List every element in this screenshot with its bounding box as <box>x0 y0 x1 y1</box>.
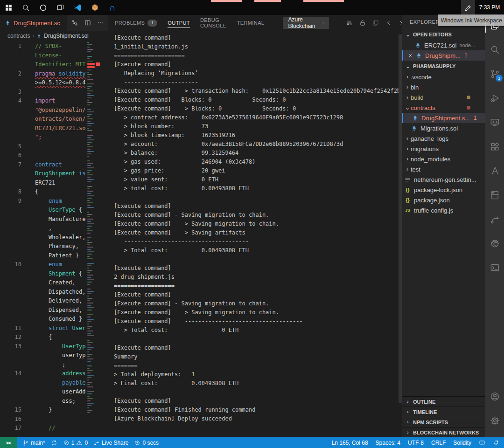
remote-indicator[interactable]: >< <box>0 437 17 448</box>
tree-item-label: migrations <box>411 145 439 152</box>
chevron-left-icon[interactable] <box>385 19 392 27</box>
language-mode[interactable]: Solidity <box>453 440 471 446</box>
panel-tab-output[interactable]: OUTPUT <box>168 15 190 31</box>
vscode-icon[interactable] <box>69 0 86 15</box>
task-view-icon[interactable] <box>52 0 69 15</box>
open-editors-list: ERC721.solnode...DrugShipm...1 <box>402 40 485 61</box>
search-icon[interactable] <box>485 40 504 59</box>
section-npm-scripts[interactable]: ›NPM SCRIPTS <box>402 417 485 427</box>
panel-tab-problems[interactable]: PROBLEMS1 <box>115 15 157 31</box>
run-and-debug-icon[interactable] <box>485 89 504 107</box>
output-line: [Execute command] > transaction hash: 0x… <box>114 87 399 96</box>
code-line: 17// <box>0 424 86 433</box>
workspace-header[interactable]: ⌄ PHARMASUPPLY <box>402 61 485 72</box>
minimap[interactable] <box>86 42 96 437</box>
tree-item-package-json[interactable]: {}package.json <box>402 195 485 205</box>
tree-item-nethereum-gen-settin-[interactable]: nethereum-gen.settin... <box>402 174 485 185</box>
code-editor[interactable]: 1// SPDX-License-Identifier: MIT2pragma … <box>0 42 86 437</box>
timer-status[interactable]: 0 secs <box>134 440 159 446</box>
split-editor-icon[interactable] <box>84 19 91 27</box>
output-line: [Execute command] ----------------------… <box>114 317 399 326</box>
breadcrumb-folder[interactable]: contracts <box>7 33 30 39</box>
open-editor-erc721-sol[interactable]: ERC721.solnode... <box>402 40 485 50</box>
indentation-status[interactable]: Spaces: 4 <box>376 440 400 446</box>
cursor-position[interactable]: Ln 165, Col 68 <box>332 440 368 446</box>
section-timeline[interactable]: ›TIMELINE <box>402 407 485 417</box>
output-line: [Execute command] <box>114 397 399 406</box>
account-icon[interactable] <box>485 387 504 406</box>
blockchain-panel-icon[interactable] <box>485 186 504 204</box>
panel-tab-bar: PROBLEMS1OUTPUTDEBUG CONSOLETERMINALAzur… <box>108 15 402 31</box>
status-bar: >< main* 1 0 Live Share 0 secs Ln 165, C… <box>0 437 504 448</box>
copy-output-icon[interactable] <box>372 19 379 27</box>
tree-item-migrations[interactable]: ›migrations <box>402 144 485 154</box>
close-icon[interactable] <box>407 52 414 59</box>
open-editors-header[interactable]: ⌄ OPEN EDITORS <box>402 29 485 40</box>
windows-ink-button[interactable] <box>461 0 475 15</box>
editor-tab-bar: DrugShipment.sc <box>0 15 108 31</box>
live-share-icon[interactable] <box>485 210 504 228</box>
ganache-icon[interactable] <box>86 0 104 15</box>
output-line: [Execute command] <box>114 202 399 211</box>
git-branch[interactable]: main* <box>22 440 45 446</box>
code-line: 4import "@openzeppelin/contracts/token/E… <box>0 96 86 142</box>
tree-item-contracts[interactable]: ⌄contracts <box>402 103 485 113</box>
tree-item-ganache_logs[interactable]: ›ganache_logs <box>402 133 485 144</box>
tree-item-label: contracts <box>411 104 435 111</box>
cortana-icon[interactable] <box>35 0 52 15</box>
panel-tab-debug-console[interactable]: DEBUG CONSOLE <box>200 15 227 31</box>
notifications-button[interactable] <box>493 440 499 446</box>
source-control-icon[interactable]: 3 <box>485 64 504 83</box>
open-editor-drugshipm-[interactable]: DrugShipm...1 <box>402 50 485 61</box>
tree-item-drugshipment-s-[interactable]: DrugShipment.s...1 <box>402 113 485 123</box>
settings-icon[interactable] <box>485 411 504 430</box>
tree-item-test[interactable]: ›test <box>402 164 485 174</box>
code-line: 6 <box>0 151 86 160</box>
taskbar-clock[interactable]: 7:33 PM <box>475 4 504 11</box>
clear-output-icon[interactable] <box>346 19 353 27</box>
remote-explorer-icon[interactable] <box>485 113 504 131</box>
window-peek-strip <box>211 0 242 2</box>
tab-drugshipment[interactable]: DrugShipment.sc <box>0 15 67 31</box>
file-tree: ›.vscode›bin›build⌄contractsDrugShipment… <box>402 72 485 215</box>
tree-item-migrations-sol[interactable]: Migrations.sol <box>402 123 485 133</box>
tree-item-package-lock-json[interactable]: {}package-lock.json <box>402 185 485 195</box>
output-line: [Execute command] > Saving migration to … <box>114 220 399 228</box>
tree-item--vscode[interactable]: ›.vscode <box>402 72 485 82</box>
search-icon[interactable] <box>17 0 35 15</box>
output-channel-dropdown[interactable]: Azure Blockchain <box>283 17 329 29</box>
error-count-badge: 1 <box>474 115 477 121</box>
browser-preview-icon[interactable] <box>485 234 504 253</box>
extensions-icon[interactable] <box>485 137 504 156</box>
sync-button[interactable] <box>51 440 57 446</box>
tree-item-truffle-config-js[interactable]: JStruffle-config.js <box>402 205 485 215</box>
tree-item-build[interactable]: ›build <box>402 92 485 103</box>
tree-item-node_modules[interactable]: ›node_modules <box>402 154 485 164</box>
powershell-terminal-icon[interactable] <box>485 258 504 277</box>
editor-scrollbar[interactable] <box>96 42 100 437</box>
tree-item-label: test <box>411 166 420 173</box>
start-icon[interactable] <box>0 0 17 15</box>
unlock-icon[interactable] <box>359 19 366 27</box>
code-line: 13UserType userType; <box>0 342 86 370</box>
open-changes-icon[interactable] <box>71 19 78 27</box>
panel-tab-terminal[interactable]: TERMINAL <box>237 15 265 31</box>
code-line: 2pragma solidity >=0.5.12<=0.8.4; <box>0 69 86 88</box>
tree-item-bin[interactable]: ›bin <box>402 82 485 92</box>
feedback-button[interactable] <box>479 440 485 446</box>
azure-icon[interactable] <box>485 161 504 180</box>
live-share-button[interactable]: Live Share <box>93 440 128 446</box>
more-actions-icon[interactable] <box>97 19 105 27</box>
scm-changes-badge: 3 <box>496 75 503 82</box>
eol-status[interactable]: CRLF <box>431 440 446 446</box>
panel-scrollbar[interactable] <box>399 34 402 403</box>
encoding-status[interactable]: UTF-8 <box>408 440 424 446</box>
breadcrumb[interactable]: contracts › DrugShipment.sol <box>0 31 108 41</box>
breadcrumb-file[interactable]: DrugShipment.sol <box>44 33 88 39</box>
section-outline[interactable]: ›OUTLINE <box>402 396 485 407</box>
problems-summary[interactable]: 1 0 <box>63 440 88 446</box>
suave-n-icon[interactable]: ∩ <box>104 0 121 15</box>
output-log[interactable]: [Execute command]1_initial_migration.js=… <box>108 34 399 437</box>
output-line: > block timestamp: 1623519216 <box>114 131 399 140</box>
section-blockchain-networks[interactable]: ›BLOCKCHAIN NETWORKS <box>402 427 485 437</box>
